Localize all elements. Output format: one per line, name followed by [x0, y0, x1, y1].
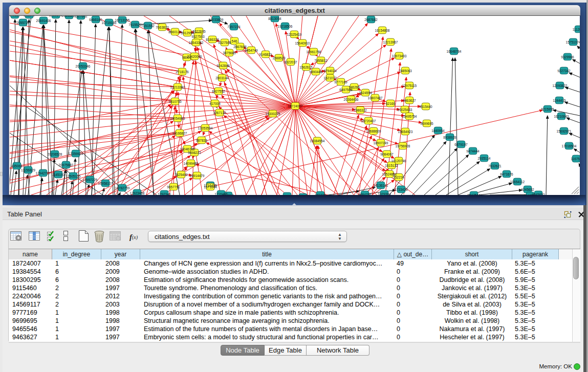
svg-text:8215955: 8215955: [541, 107, 554, 111]
svg-text:7515526: 7515526: [128, 23, 142, 27]
svg-text:19756928: 19756928: [396, 144, 410, 148]
svg-text:62160: 62160: [386, 102, 395, 105]
svg-text:17359924: 17359924: [69, 152, 83, 156]
svg-text:1112035: 1112035: [573, 28, 580, 31]
svg-text:10719185: 10719185: [102, 21, 117, 25]
svg-text:16543362: 16543362: [189, 41, 204, 45]
svg-text:887833: 887833: [196, 139, 207, 142]
svg-text:6466160: 6466160: [89, 18, 102, 21]
svg-text:2055724: 2055724: [16, 21, 30, 25]
svg-text:1733426: 1733426: [395, 188, 408, 191]
svg-text:98901: 98901: [182, 56, 191, 59]
svg-text:6794024: 6794024: [323, 69, 337, 73]
svg-text:8813054: 8813054: [268, 17, 281, 20]
svg-text:5322605: 5322605: [192, 30, 206, 33]
svg-text:2069140: 2069140: [49, 16, 62, 17]
svg-text:1527602: 1527602: [74, 16, 88, 18]
svg-text:17957225: 17957225: [83, 178, 98, 182]
svg-text:10688609: 10688609: [366, 129, 381, 133]
svg-text:2687682: 2687682: [364, 18, 378, 21]
svg-text:19384554: 19384554: [310, 139, 325, 143]
svg-text:15720407: 15720407: [361, 119, 376, 123]
svg-text:6879197: 6879197: [454, 143, 468, 146]
svg-text:12213382: 12213382: [170, 85, 185, 89]
svg-text:14136141: 14136141: [374, 184, 388, 187]
svg-text:182736: 182736: [315, 193, 326, 195]
svg-text:16713155: 16713155: [115, 18, 130, 22]
svg-text:10120746: 10120746: [391, 159, 406, 163]
svg-text:9474444: 9474444: [466, 149, 480, 153]
svg-text:16210643: 16210643: [554, 115, 569, 118]
svg-text:7151552: 7151552: [141, 24, 155, 28]
svg-text:10958107: 10958107: [98, 182, 113, 185]
svg-text:1292346: 1292346: [158, 192, 171, 195]
svg-text:417004: 417004: [209, 102, 221, 105]
svg-text:16154808: 16154808: [375, 29, 390, 32]
svg-text:9777169: 9777169: [334, 80, 347, 84]
svg-text:17016504: 17016504: [562, 144, 577, 148]
svg-text:1440954: 1440954: [431, 129, 445, 133]
svg-text:16914479: 16914479: [190, 174, 205, 178]
svg-text:140557: 140557: [10, 16, 20, 17]
svg-text:3624554: 3624554: [359, 91, 372, 95]
svg-text:2803144: 2803144: [215, 76, 229, 80]
svg-text:7663822: 7663822: [156, 26, 169, 29]
svg-text:12093822: 12093822: [553, 84, 568, 87]
svg-text:10654112: 10654112: [510, 180, 525, 184]
svg-text:9084067: 9084067: [380, 152, 394, 156]
svg-text:5498222: 5498222: [188, 151, 201, 155]
svg-text:7955812: 7955812: [314, 59, 328, 62]
svg-text:994512: 994512: [223, 194, 234, 195]
svg-text:15300275: 15300275: [266, 112, 280, 116]
svg-text:15640910: 15640910: [295, 41, 310, 45]
svg-text:20206528: 20206528: [48, 152, 62, 156]
svg-text:7632621: 7632621: [488, 164, 502, 168]
svg-text:773821: 773821: [281, 194, 293, 195]
svg-text:16782759: 16782759: [115, 186, 130, 190]
svg-text:12325419: 12325419: [287, 33, 302, 36]
svg-text:9990448: 9990448: [309, 70, 322, 74]
svg-text:12975115: 12975115: [402, 84, 417, 87]
svg-text:7162534: 7162534: [524, 194, 537, 195]
svg-text:19166827: 19166827: [172, 132, 187, 135]
svg-text:7986322: 7986322: [354, 108, 367, 112]
svg-text:9329966: 9329966: [561, 55, 574, 59]
svg-text:15751074: 15751074: [566, 40, 580, 44]
svg-text:2935114: 2935114: [478, 157, 491, 160]
svg-text:2867608: 2867608: [233, 45, 247, 49]
svg-text:746266: 746266: [349, 85, 360, 89]
svg-text:1571644: 1571644: [204, 185, 217, 189]
svg-text:8660124: 8660124: [168, 30, 182, 34]
svg-text:8471676: 8471676: [500, 172, 513, 176]
svg-text:18907249: 18907249: [374, 141, 388, 145]
svg-text:8427552: 8427552: [212, 90, 225, 93]
svg-text:13353594: 13353594: [198, 126, 213, 130]
svg-text:8322037: 8322037: [284, 60, 297, 64]
svg-text:1588520: 1588520: [272, 56, 286, 60]
svg-text:8186323: 8186323: [206, 38, 219, 41]
svg-text:1615132: 1615132: [385, 164, 398, 167]
svg-text:10025433: 10025433: [398, 108, 412, 112]
svg-text:15495754: 15495754: [402, 115, 417, 118]
svg-text:11156829: 11156829: [21, 168, 35, 172]
svg-text:19654923: 19654923: [398, 130, 413, 134]
svg-text:9146821: 9146821: [259, 53, 272, 56]
svg-text:10973493: 10973493: [392, 54, 407, 58]
svg-text:1810755: 1810755: [168, 100, 182, 103]
svg-text:19218506: 19218506: [278, 25, 293, 28]
svg-text:7485063: 7485063: [399, 69, 412, 73]
svg-text:14099489: 14099489: [184, 162, 199, 165]
svg-text:20364436: 20364436: [344, 98, 359, 101]
svg-text:546: 546: [232, 39, 237, 43]
svg-text:1145193: 1145193: [52, 173, 65, 177]
svg-text:9657791: 9657791: [167, 185, 180, 189]
svg-text:3875685: 3875685: [223, 51, 236, 55]
svg-text:16033809: 16033809: [209, 18, 224, 21]
svg-text:(x): (x): [132, 234, 138, 240]
svg-text:12213967: 12213967: [383, 40, 398, 44]
svg-text:1029384: 1029384: [378, 192, 391, 195]
svg-text:9227342: 9227342: [557, 69, 571, 73]
svg-text:9699695: 9699695: [420, 122, 433, 125]
svg-text:20975887: 20975887: [59, 163, 74, 167]
svg-text:18724007: 18724007: [288, 104, 303, 108]
